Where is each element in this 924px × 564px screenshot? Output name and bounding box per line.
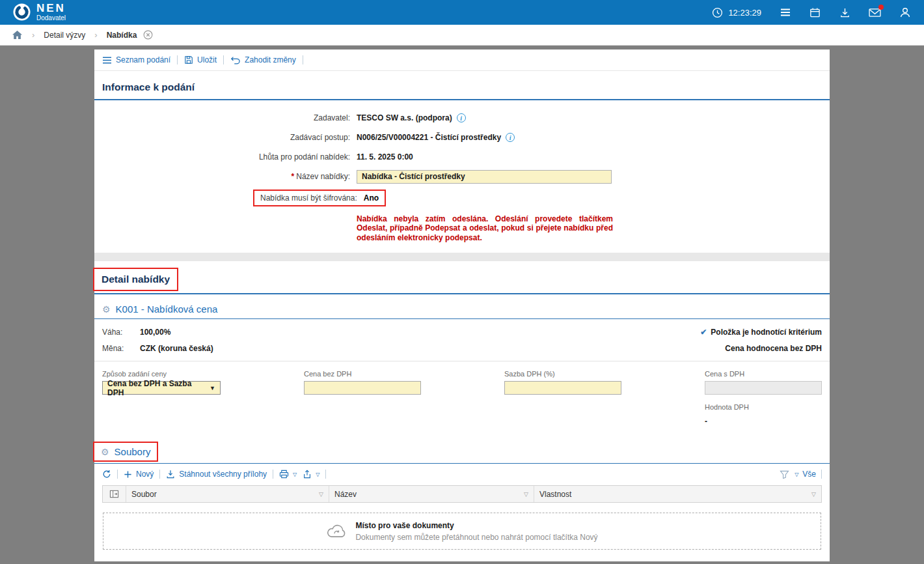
ulozit-button[interactable]: Uložit [184, 55, 217, 64]
menu-icon[interactable] [779, 7, 791, 19]
files-toolbar: Nový Stáhnout všechny přílohy ▽ ▽ [94, 464, 830, 484]
field-zadavaci-postup: Zadávací postup: N006/25/V00004221 - Čis… [94, 128, 830, 147]
session-clock: 12:23:29 [711, 7, 761, 19]
toolbar-divider [273, 470, 273, 479]
files-section-title: Soubory [115, 446, 151, 457]
download-icon [166, 470, 175, 479]
zpusob-selected-value: Cena bez DPH a Sazba DPH [107, 379, 210, 397]
list-icon [102, 56, 112, 64]
filter-funnel-icon [780, 470, 789, 479]
seznam-podani-button[interactable]: Seznam podání [102, 55, 170, 64]
dropzone-title: Místo pro vaše dokumenty [355, 521, 597, 530]
detail-section-header: Detail nabídky [94, 268, 830, 294]
zpusob-zadani-select[interactable]: Cena bez DPH a Sazba DPH ▼ [102, 381, 221, 395]
hodnota-dph-label: Hodnota DPH [705, 403, 822, 411]
col-nazev-label: Název [334, 490, 357, 499]
breadcrumb-nabidka: Nabídka [107, 31, 137, 40]
breadcrumb-detail-vyzvy[interactable]: Detail výzvy [44, 31, 85, 40]
column-header-soubor[interactable]: Soubor ▽ [126, 486, 329, 502]
plus-icon [124, 470, 132, 479]
filter-button[interactable] [780, 470, 789, 479]
chevron-down-icon: ▽ [293, 472, 297, 477]
check-icon: ✔ [700, 328, 707, 337]
info-icon[interactable]: i [506, 133, 515, 142]
home-icon[interactable] [12, 30, 23, 40]
file-dropzone[interactable]: Místo pro vaše dokumenty Dokumenty sem m… [103, 513, 821, 550]
downloads-icon[interactable] [839, 7, 851, 19]
info-fields: Zadavatel: TESCO SW a.s. (podpora) i Zad… [94, 108, 830, 206]
k001-header: ⚙ K001 - Nabídková cena [94, 303, 830, 319]
filter-caret-icon[interactable]: ▽ [811, 491, 816, 498]
criterion-gear-icon: ⚙ [102, 304, 111, 315]
breadcrumb-separator: › [94, 30, 97, 40]
toolbar-divider [303, 55, 303, 64]
session-time: 12:23:29 [728, 8, 761, 18]
zadavatel-value: TESCO SW a.s. (podpora) [357, 113, 452, 122]
breadcrumb-separator: › [32, 30, 34, 40]
chevron-down-icon: ▽ [795, 472, 798, 477]
dropzone-subtitle: Dokumenty sem můžete přetáhnout nebo nah… [355, 533, 597, 542]
zahodit-zmeny-label: Zahodit změny [245, 55, 296, 64]
export-button[interactable]: ▽ [303, 470, 319, 479]
not-sent-warning: Nabídka nebyla zatím odeslána. Odeslání … [357, 214, 613, 242]
field-lhuta: Lhůta pro podání nabídek: 11. 5. 2025 0:… [94, 147, 830, 167]
section-separator [94, 253, 830, 261]
sazba-dph-input[interactable] [504, 381, 621, 395]
upload-cloud-icon [326, 523, 347, 539]
toolbar-divider [159, 470, 160, 479]
files-annotation-box: ⚙ Soubory [93, 442, 158, 462]
calendar-icon[interactable] [809, 7, 821, 19]
nazev-nabidky-input[interactable] [357, 170, 612, 184]
hodnota-dph-value: - [705, 417, 822, 426]
chevron-down-icon: ▼ [210, 385, 215, 391]
detail-section-title: Detail nabídky [93, 268, 178, 291]
column-settings-icon [109, 490, 119, 498]
user-profile-icon[interactable] [899, 7, 911, 19]
novy-button[interactable]: Nový [124, 470, 154, 479]
lhuta-label: Lhůta pro podání nabídek: [94, 152, 350, 162]
zahodit-zmeny-button[interactable]: Zahodit změny [230, 55, 296, 64]
mena-label: Měna: [102, 344, 140, 353]
nen-logo-icon [13, 3, 31, 21]
nazev-label: Název nabídky: [296, 172, 350, 181]
filter-vse-button[interactable]: ▽ Vše [795, 470, 816, 479]
toolbar-divider [325, 470, 326, 479]
column-settings-button[interactable] [103, 486, 126, 502]
close-tab-icon[interactable] [143, 30, 153, 40]
toolbar-divider [177, 55, 178, 64]
cena-bez-dph-input[interactable] [304, 381, 421, 395]
info-icon[interactable]: i [457, 113, 466, 122]
content-panel: Seznam podání Uložit Zahodit změny Infor… [94, 49, 830, 561]
notification-dot [878, 5, 884, 10]
required-asterisk: * [292, 172, 295, 181]
ulozit-label: Uložit [197, 55, 217, 64]
brand-logo: NEN Dodavatel [13, 3, 66, 21]
divider [94, 361, 830, 361]
field-sifrovana: Nabídka musí být šifrována: Ano [253, 190, 830, 206]
price-grid: Způsob zadání ceny Cena bez DPH a Sazba … [94, 370, 830, 426]
vaha-value: 100,00% [140, 328, 170, 337]
vse-label: Vše [802, 470, 816, 479]
postup-label: Zadávací postup: [94, 133, 350, 142]
field-nazev-nabidky: *Název nabídky: [94, 167, 830, 186]
messages-icon[interactable] [869, 7, 881, 19]
refresh-button[interactable] [102, 470, 111, 479]
column-header-vlastnost[interactable]: Vlastnost ▽ [534, 486, 821, 502]
column-header-nazev[interactable]: Název ▽ [329, 486, 534, 502]
col-soubor-label: Soubor [131, 490, 157, 499]
stahnout-prilohy-button[interactable]: Stáhnout všechny přílohy [166, 470, 267, 479]
filter-caret-icon[interactable]: ▽ [319, 491, 323, 498]
vaha-label: Váha: [102, 328, 140, 337]
lhuta-value: 11. 5. 2025 0:00 [357, 152, 413, 162]
info-section-title: Informace k podání [94, 81, 830, 100]
mena-row: Měna: CZK (koruna česká) Cena hodnocena … [94, 340, 830, 356]
refresh-icon [102, 470, 111, 479]
files-table-header: Soubor ▽ Název ▽ Vlastnost ▽ [102, 485, 822, 503]
share-icon [303, 470, 312, 479]
sifrovana-annotation-box: Nabídka musí být šifrována: Ano [253, 190, 386, 206]
cena-s-dph-label: Cena s DPH [705, 370, 822, 378]
print-button[interactable]: ▽ [279, 470, 297, 479]
filter-caret-icon[interactable]: ▽ [524, 491, 528, 498]
field-zadavatel: Zadavatel: TESCO SW a.s. (podpora) i [94, 108, 830, 128]
chevron-down-icon: ▽ [316, 472, 319, 477]
